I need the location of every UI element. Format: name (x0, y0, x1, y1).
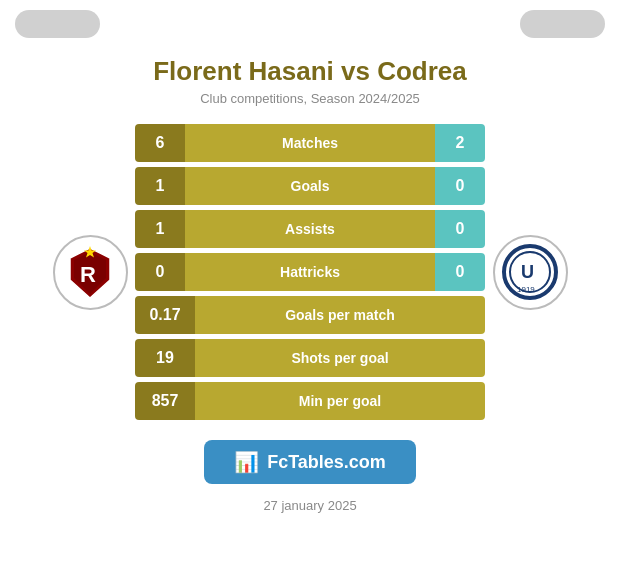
stat-right-assists: 0 (435, 210, 485, 248)
stat-label-assists: Assists (185, 210, 435, 248)
svg-text:1919: 1919 (517, 285, 535, 294)
main-content-area: R 6Matches21Goals01Assists00Hattricks00.… (0, 124, 620, 420)
stat-left-goals-per-match: 0.17 (135, 296, 195, 334)
univ-logo-svg: U 1919 (498, 240, 563, 305)
fctables-label: FcTables.com (267, 452, 386, 473)
main-container: Florent Hasani vs Codrea Club competitio… (0, 0, 620, 580)
svg-text:R: R (80, 262, 96, 287)
stat-row-assists: 1Assists0 (135, 210, 485, 248)
stat-left-shots-per-goal: 19 (135, 339, 195, 377)
stat-right-hattricks: 0 (435, 253, 485, 291)
stat-left-assists: 1 (135, 210, 185, 248)
fctables-banner[interactable]: 📊 FcTables.com (204, 440, 416, 484)
page-title: Florent Hasani vs Codrea (153, 56, 467, 87)
stat-row-hattricks: 0Hattricks0 (135, 253, 485, 291)
stat-row-min-per-goal: 857Min per goal (135, 382, 485, 420)
stat-label-shots-per-goal: Shots per goal (195, 339, 485, 377)
stat-left-hattricks: 0 (135, 253, 185, 291)
top-bar-left (15, 10, 100, 38)
top-bar-right (520, 10, 605, 38)
right-team-logo: U 1919 (485, 235, 575, 310)
stat-label-goals: Goals (185, 167, 435, 205)
stat-label-min-per-goal: Min per goal (195, 382, 485, 420)
svg-text:U: U (521, 262, 534, 282)
stat-row-shots-per-goal: 19Shots per goal (135, 339, 485, 377)
fctables-icon: 📊 (234, 450, 259, 474)
left-team-logo: R (45, 235, 135, 310)
date-footer: 27 january 2025 (263, 498, 356, 513)
stat-left-matches: 6 (135, 124, 185, 162)
page-subtitle: Club competitions, Season 2024/2025 (200, 91, 420, 106)
stat-right-matches: 2 (435, 124, 485, 162)
stat-row-matches: 6Matches2 (135, 124, 485, 162)
stat-right-goals: 0 (435, 167, 485, 205)
stat-row-goals-per-match: 0.17Goals per match (135, 296, 485, 334)
stat-label-hattricks: Hattricks (185, 253, 435, 291)
rapid-logo-svg: R (58, 240, 123, 305)
stat-left-goals: 1 (135, 167, 185, 205)
stat-label-matches: Matches (185, 124, 435, 162)
stats-section: 6Matches21Goals01Assists00Hattricks00.17… (135, 124, 485, 420)
stat-label-goals-per-match: Goals per match (195, 296, 485, 334)
stat-row-goals: 1Goals0 (135, 167, 485, 205)
stat-left-min-per-goal: 857 (135, 382, 195, 420)
